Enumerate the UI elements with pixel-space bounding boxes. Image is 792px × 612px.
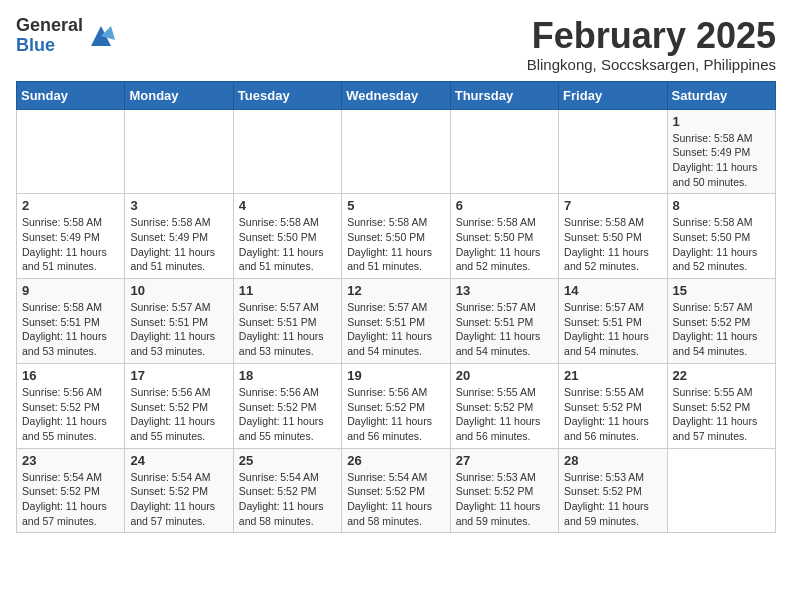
calendar-cell [559,109,667,194]
calendar-cell: 12Sunrise: 5:57 AMSunset: 5:51 PMDayligh… [342,279,450,364]
day-info: Sunrise: 5:58 AMSunset: 5:50 PMDaylight:… [347,215,444,274]
location: Blingkong, Soccsksargen, Philippines [527,56,776,73]
calendar-day-header: Saturday [667,81,775,109]
calendar-day-header: Wednesday [342,81,450,109]
calendar-cell: 23Sunrise: 5:54 AMSunset: 5:52 PMDayligh… [17,448,125,533]
day-info: Sunrise: 5:58 AMSunset: 5:49 PMDaylight:… [673,131,770,190]
day-number: 1 [673,114,770,129]
logo-general-text: General [16,16,83,36]
day-number: 10 [130,283,227,298]
day-number: 27 [456,453,553,468]
day-info: Sunrise: 5:55 AMSunset: 5:52 PMDaylight:… [564,385,661,444]
day-info: Sunrise: 5:56 AMSunset: 5:52 PMDaylight:… [347,385,444,444]
page-header: General Blue February 2025 Blingkong, So… [16,16,776,73]
calendar-day-header: Thursday [450,81,558,109]
calendar-cell: 9Sunrise: 5:58 AMSunset: 5:51 PMDaylight… [17,279,125,364]
day-number: 8 [673,198,770,213]
calendar-day-header: Friday [559,81,667,109]
day-info: Sunrise: 5:55 AMSunset: 5:52 PMDaylight:… [456,385,553,444]
day-info: Sunrise: 5:57 AMSunset: 5:51 PMDaylight:… [456,300,553,359]
calendar-cell: 17Sunrise: 5:56 AMSunset: 5:52 PMDayligh… [125,363,233,448]
calendar-cell: 26Sunrise: 5:54 AMSunset: 5:52 PMDayligh… [342,448,450,533]
calendar-day-header: Monday [125,81,233,109]
day-number: 7 [564,198,661,213]
calendar-cell [17,109,125,194]
day-info: Sunrise: 5:58 AMSunset: 5:50 PMDaylight:… [239,215,336,274]
day-number: 20 [456,368,553,383]
day-number: 25 [239,453,336,468]
day-number: 17 [130,368,227,383]
calendar-week-row: 1Sunrise: 5:58 AMSunset: 5:49 PMDaylight… [17,109,776,194]
calendar-cell: 3Sunrise: 5:58 AMSunset: 5:49 PMDaylight… [125,194,233,279]
calendar-cell: 11Sunrise: 5:57 AMSunset: 5:51 PMDayligh… [233,279,341,364]
day-info: Sunrise: 5:54 AMSunset: 5:52 PMDaylight:… [239,470,336,529]
calendar-week-row: 2Sunrise: 5:58 AMSunset: 5:49 PMDaylight… [17,194,776,279]
day-number: 24 [130,453,227,468]
day-number: 19 [347,368,444,383]
day-info: Sunrise: 5:57 AMSunset: 5:51 PMDaylight:… [130,300,227,359]
day-number: 18 [239,368,336,383]
day-number: 4 [239,198,336,213]
calendar-cell: 14Sunrise: 5:57 AMSunset: 5:51 PMDayligh… [559,279,667,364]
day-info: Sunrise: 5:57 AMSunset: 5:51 PMDaylight:… [347,300,444,359]
calendar-cell: 7Sunrise: 5:58 AMSunset: 5:50 PMDaylight… [559,194,667,279]
calendar-cell: 21Sunrise: 5:55 AMSunset: 5:52 PMDayligh… [559,363,667,448]
calendar-cell: 20Sunrise: 5:55 AMSunset: 5:52 PMDayligh… [450,363,558,448]
day-info: Sunrise: 5:55 AMSunset: 5:52 PMDaylight:… [673,385,770,444]
logo: General Blue [16,16,115,56]
day-number: 5 [347,198,444,213]
day-info: Sunrise: 5:54 AMSunset: 5:52 PMDaylight:… [130,470,227,529]
day-number: 28 [564,453,661,468]
calendar-cell [233,109,341,194]
month-title: February 2025 [527,16,776,56]
calendar-week-row: 9Sunrise: 5:58 AMSunset: 5:51 PMDaylight… [17,279,776,364]
day-info: Sunrise: 5:53 AMSunset: 5:52 PMDaylight:… [456,470,553,529]
day-info: Sunrise: 5:56 AMSunset: 5:52 PMDaylight:… [239,385,336,444]
calendar-cell: 6Sunrise: 5:58 AMSunset: 5:50 PMDaylight… [450,194,558,279]
day-info: Sunrise: 5:57 AMSunset: 5:51 PMDaylight:… [239,300,336,359]
day-info: Sunrise: 5:53 AMSunset: 5:52 PMDaylight:… [564,470,661,529]
title-block: February 2025 Blingkong, Soccsksargen, P… [527,16,776,73]
day-number: 11 [239,283,336,298]
calendar-cell: 25Sunrise: 5:54 AMSunset: 5:52 PMDayligh… [233,448,341,533]
day-number: 3 [130,198,227,213]
day-number: 14 [564,283,661,298]
calendar-cell [667,448,775,533]
calendar-cell: 16Sunrise: 5:56 AMSunset: 5:52 PMDayligh… [17,363,125,448]
calendar-cell [125,109,233,194]
calendar-cell: 10Sunrise: 5:57 AMSunset: 5:51 PMDayligh… [125,279,233,364]
day-info: Sunrise: 5:58 AMSunset: 5:51 PMDaylight:… [22,300,119,359]
day-info: Sunrise: 5:54 AMSunset: 5:52 PMDaylight:… [22,470,119,529]
calendar-header-row: SundayMondayTuesdayWednesdayThursdayFrid… [17,81,776,109]
day-info: Sunrise: 5:58 AMSunset: 5:50 PMDaylight:… [564,215,661,274]
day-info: Sunrise: 5:54 AMSunset: 5:52 PMDaylight:… [347,470,444,529]
day-number: 9 [22,283,119,298]
calendar-cell [450,109,558,194]
calendar-week-row: 16Sunrise: 5:56 AMSunset: 5:52 PMDayligh… [17,363,776,448]
calendar-cell: 19Sunrise: 5:56 AMSunset: 5:52 PMDayligh… [342,363,450,448]
day-number: 26 [347,453,444,468]
day-number: 2 [22,198,119,213]
calendar-cell: 24Sunrise: 5:54 AMSunset: 5:52 PMDayligh… [125,448,233,533]
calendar-cell: 22Sunrise: 5:55 AMSunset: 5:52 PMDayligh… [667,363,775,448]
day-number: 6 [456,198,553,213]
day-info: Sunrise: 5:56 AMSunset: 5:52 PMDaylight:… [22,385,119,444]
calendar-cell: 5Sunrise: 5:58 AMSunset: 5:50 PMDaylight… [342,194,450,279]
day-number: 13 [456,283,553,298]
calendar-cell: 1Sunrise: 5:58 AMSunset: 5:49 PMDaylight… [667,109,775,194]
logo-icon [87,22,115,50]
calendar-week-row: 23Sunrise: 5:54 AMSunset: 5:52 PMDayligh… [17,448,776,533]
calendar-cell [342,109,450,194]
day-number: 12 [347,283,444,298]
day-number: 23 [22,453,119,468]
calendar-day-header: Sunday [17,81,125,109]
calendar-cell: 2Sunrise: 5:58 AMSunset: 5:49 PMDaylight… [17,194,125,279]
day-info: Sunrise: 5:57 AMSunset: 5:51 PMDaylight:… [564,300,661,359]
day-info: Sunrise: 5:58 AMSunset: 5:49 PMDaylight:… [22,215,119,274]
calendar-cell: 13Sunrise: 5:57 AMSunset: 5:51 PMDayligh… [450,279,558,364]
logo-blue-text: Blue [16,36,83,56]
calendar-cell: 28Sunrise: 5:53 AMSunset: 5:52 PMDayligh… [559,448,667,533]
day-info: Sunrise: 5:58 AMSunset: 5:49 PMDaylight:… [130,215,227,274]
day-info: Sunrise: 5:56 AMSunset: 5:52 PMDaylight:… [130,385,227,444]
calendar-cell: 4Sunrise: 5:58 AMSunset: 5:50 PMDaylight… [233,194,341,279]
